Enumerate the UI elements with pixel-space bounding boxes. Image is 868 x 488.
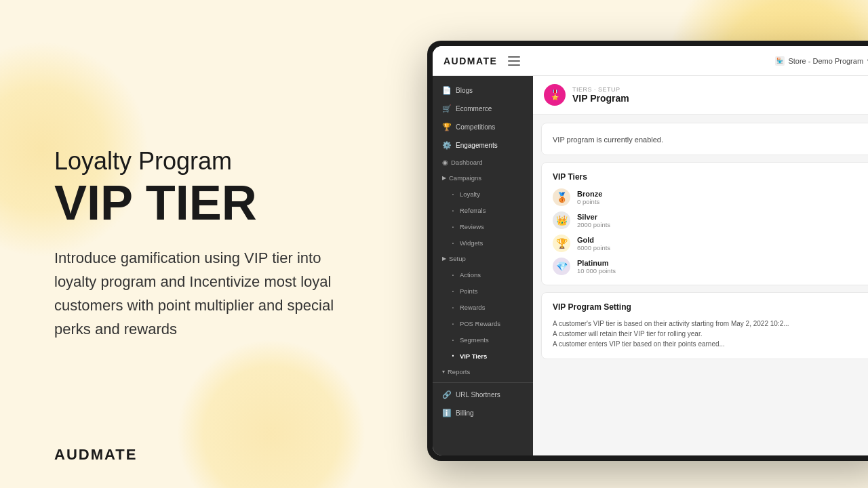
sidebar-item-points[interactable]: Points	[433, 283, 533, 299]
sidebar-dashboard[interactable]: ◉ Dashboard	[433, 155, 533, 170]
tier-name-silver: Silver	[577, 213, 610, 221]
tier-item-gold[interactable]: 🏆 Gold 6000 points	[553, 235, 863, 252]
billing-label: Billing	[456, 409, 474, 417]
sidebar-item-vip-tiers[interactable]: VIP Tiers	[433, 348, 533, 364]
app-logo: AUDMATE	[443, 56, 497, 66]
content-area: VIP program is currently enabled. VIP Ti…	[533, 115, 868, 455]
engagements-icon: ⚙️	[442, 141, 452, 150]
setting-line-2: A customer will retain their VIP tier fo…	[553, 329, 863, 339]
setting-text: A customer's VIP tier is based on their …	[553, 319, 863, 349]
sidebar-item-referrals[interactable]: Referrals	[433, 202, 533, 218]
tier-points-platinum: 10 000 points	[577, 267, 616, 274]
tier-points-bronze: 0 points	[577, 198, 602, 205]
description-text: Introduce gamification using VIP tier in…	[54, 246, 366, 342]
loyalty-label: Loyalty	[460, 190, 480, 198]
tier-name-bronze: Bronze	[577, 190, 602, 198]
sidebar: 📄 Blogs 🛒 Ecommerce 🏆 Competitions ⚙️ En…	[433, 76, 533, 455]
url-shortners-label: URL Shortners	[456, 391, 500, 399]
sidebar-reports-header[interactable]: ▾ Reports	[433, 364, 533, 380]
tier-info-gold: Gold 6000 points	[577, 236, 610, 251]
sidebar-label-campaigns: Campaigns	[449, 174, 481, 182]
app-header: AUDMATE 🏪 Store - Demo Program ▼	[433, 46, 868, 76]
store-icon: 🏪	[775, 56, 785, 66]
tier-info-platinum: Platinum 10 000 points	[577, 259, 616, 274]
billing-icon: ℹ️	[442, 409, 452, 418]
page-title: VIP Program	[572, 93, 629, 104]
enabled-message: VIP program is currently enabled.	[553, 136, 663, 144]
loyalty-label: Loyalty Program	[54, 147, 366, 176]
bronze-badge: 🥉	[553, 188, 570, 206]
silver-badge: 👑	[553, 211, 570, 229]
tablet-screen: AUDMATE 🏪 Store - Demo Program ▼ 📄 Blogs	[433, 46, 868, 455]
sidebar-item-pos-rewards[interactable]: POS Rewards	[433, 315, 533, 331]
tier-item-bronze[interactable]: 🥉 Bronze 0 points	[553, 188, 863, 206]
page-header-text: TIERS · SETUP VIP Program	[572, 86, 629, 104]
sidebar-item-loyalty[interactable]: Loyalty	[433, 186, 533, 202]
sidebar-label-setup: Setup	[449, 255, 466, 262]
sidebar-label-engagements: Engagements	[456, 142, 498, 149]
tier-list: 🥉 Bronze 0 points 👑 Silver	[553, 188, 863, 275]
tier-info-bronze: Bronze 0 points	[577, 190, 602, 205]
sidebar-item-ecommerce[interactable]: 🛒 Ecommerce	[433, 100, 533, 118]
store-selector[interactable]: 🏪 Store - Demo Program ▼	[775, 56, 868, 66]
tier-name-gold: Gold	[577, 236, 610, 244]
page-subtitle: TIERS · SETUP	[572, 86, 629, 93]
sidebar-setup-header[interactable]: ▶ Setup	[433, 251, 533, 266]
vip-setting-card: VIP Program Setting A customer's VIP tie…	[541, 292, 868, 359]
page-header-icon: 🎖️	[544, 84, 566, 106]
setting-line-1: A customer's VIP tier is based on their …	[553, 319, 863, 329]
sidebar-label-blogs: Blogs	[456, 87, 473, 94]
dashboard-icon: ◉	[442, 159, 448, 166]
tier-points-silver: 2000 points	[577, 221, 610, 228]
sidebar-label-competitions: Competitions	[456, 123, 495, 131]
brand-logo: AUDMATE	[54, 446, 137, 464]
competitions-icon: 🏆	[442, 123, 452, 131]
hamburger-icon[interactable]	[508, 56, 520, 66]
tier-info-silver: Silver 2000 points	[577, 213, 610, 228]
sidebar-item-billing[interactable]: ℹ️ Billing	[433, 404, 533, 422]
widgets-label: Widgets	[460, 239, 483, 247]
tablet-frame: AUDMATE 🏪 Store - Demo Program ▼ 📄 Blogs	[427, 41, 868, 461]
sidebar-item-engagements[interactable]: ⚙️ Engagements	[433, 136, 533, 155]
expand-campaigns-icon: ▶	[442, 175, 446, 181]
tier-name-platinum: Platinum	[577, 259, 616, 267]
app-body: 📄 Blogs 🛒 Ecommerce 🏆 Competitions ⚙️ En…	[433, 76, 868, 455]
sidebar-campaigns-header[interactable]: ▶ Campaigns	[433, 170, 533, 186]
tier-item-silver[interactable]: 👑 Silver 2000 points	[553, 211, 863, 229]
url-shortners-icon: 🔗	[442, 390, 452, 399]
reviews-label: Reviews	[460, 223, 484, 230]
sidebar-item-widgets[interactable]: Widgets	[433, 235, 533, 251]
tier-item-platinum[interactable]: 💎 Platinum 10 000 points	[553, 258, 863, 275]
store-label: Store - Demo Program	[788, 57, 863, 65]
vip-tier-label: VIP TIER	[54, 178, 366, 227]
referrals-label: Referrals	[460, 207, 486, 214]
sidebar-item-reviews[interactable]: Reviews	[433, 218, 533, 235]
expand-setup-icon: ▶	[442, 256, 446, 262]
gold-badge: 🏆	[553, 235, 570, 252]
ecommerce-icon: 🛒	[442, 104, 452, 113]
tier-points-gold: 6000 points	[577, 244, 610, 251]
platinum-badge: 💎	[553, 258, 570, 275]
tablet-container: AUDMATE 🏪 Store - Demo Program ▼ 📄 Blogs	[427, 41, 868, 461]
page-header: 🎖️ TIERS · SETUP VIP Program	[533, 76, 868, 115]
sidebar-label-reports: Reports	[448, 368, 470, 375]
sidebar-label-dashboard: Dashboard	[451, 159, 482, 166]
setting-line-3: A customer enters VIP tier based on thei…	[553, 339, 863, 349]
sidebar-item-url-shortners[interactable]: 🔗 URL Shortners	[433, 386, 533, 404]
sidebar-item-competitions[interactable]: 🏆 Competitions	[433, 118, 533, 136]
sidebar-bottom: 🔗 URL Shortners ℹ️ Billing	[433, 382, 533, 422]
vip-tiers-title: VIP Tiers	[553, 172, 863, 182]
expand-reports-icon: ▾	[442, 369, 445, 375]
sidebar-item-blogs[interactable]: 📄 Blogs	[433, 81, 533, 100]
enabled-banner-card: VIP program is currently enabled.	[541, 123, 868, 155]
sidebar-item-segments[interactable]: Segments	[433, 331, 533, 348]
main-content: 🎖️ TIERS · SETUP VIP Program VIP program…	[533, 76, 868, 455]
sidebar-item-actions[interactable]: Actions	[433, 266, 533, 283]
vip-setting-title: VIP Program Setting	[553, 302, 863, 312]
sidebar-item-rewards[interactable]: Rewards	[433, 299, 533, 315]
blogs-icon: 📄	[442, 86, 452, 95]
sidebar-label-ecommerce: Ecommerce	[456, 105, 492, 113]
left-panel: Loyalty Program VIP TIER Introduce gamif…	[0, 0, 420, 488]
vip-tiers-card: VIP Tiers 🥉 Bronze 0 points	[541, 162, 868, 285]
